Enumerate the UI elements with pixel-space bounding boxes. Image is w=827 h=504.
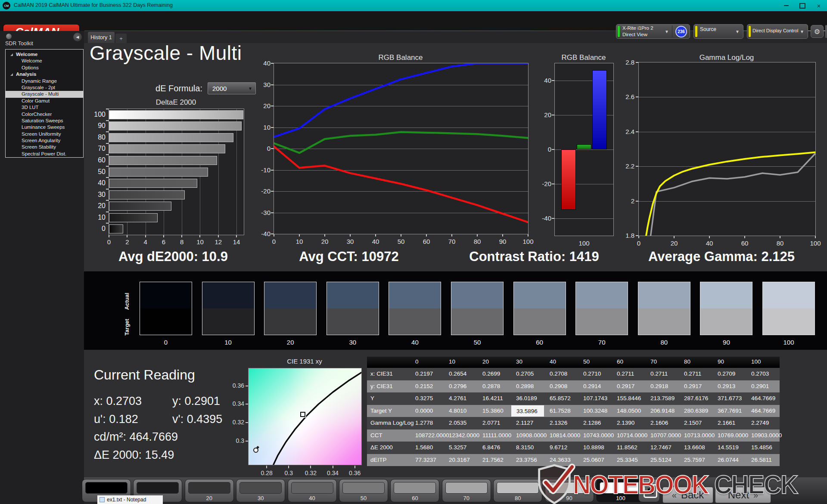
table-cell[interactable]: 10.8898 xyxy=(578,442,612,454)
table-cell[interactable]: 155.8446 xyxy=(612,392,645,405)
pattern-button-90[interactable]: 90 xyxy=(545,479,594,502)
table-cell[interactable]: 0.2699 xyxy=(477,368,511,380)
table-cell[interactable]: 0.2898 xyxy=(511,380,544,393)
table-cell[interactable]: 23.3756 xyxy=(511,454,544,467)
table-cell[interactable]: 0.2908 xyxy=(544,380,578,393)
table-cell[interactable]: 12.7467 xyxy=(645,442,679,454)
table-cell[interactable]: 61.7528 xyxy=(544,405,578,417)
table-cell[interactable]: 2.2749 xyxy=(746,417,780,429)
table-cell[interactable]: 148.0500 xyxy=(612,405,645,417)
pattern-button-50[interactable]: 50 xyxy=(339,479,388,502)
table-cell[interactable]: 1.5680 xyxy=(410,442,444,454)
tree-group-welcome[interactable]: Welcome xyxy=(6,51,83,58)
table-cell[interactable]: 10769.0000 xyxy=(712,429,746,442)
table-cell[interactable]: 2.0771 xyxy=(477,417,511,429)
sidebar-item-dynamic-range[interactable]: Dynamic Range xyxy=(6,78,83,84)
table-cell[interactable]: 4.8010 xyxy=(444,405,477,417)
sidebar-item-screen-uniformity[interactable]: Screen Uniformity xyxy=(6,131,83,137)
table-cell[interactable]: 8.3150 xyxy=(511,442,544,454)
table-cell[interactable]: 15.3860 xyxy=(477,405,511,417)
table-cell[interactable]: 0.2197 xyxy=(410,368,444,380)
sidebar-item-screen-stability[interactable]: Screen Stability xyxy=(6,144,83,150)
pattern-button-30[interactable]: 30 xyxy=(236,479,285,502)
tree-expander-icon[interactable] xyxy=(10,53,13,56)
de-formula-select[interactable]: 2000 ▼ xyxy=(208,82,256,94)
table-cell[interactable]: 100.3248 xyxy=(578,405,612,417)
pattern-button-60[interactable]: 60 xyxy=(390,479,439,502)
table-cell[interactable]: 2.1507 xyxy=(679,417,712,429)
pattern-button-20[interactable]: 20 xyxy=(185,479,234,502)
sidebar-item-screen-angularity[interactable]: Screen Angularity xyxy=(6,137,83,144)
table-cell[interactable]: 2.1326 xyxy=(544,417,578,429)
source-dropdown[interactable]: Source ▼ xyxy=(693,24,743,39)
close-button[interactable]: × xyxy=(811,0,827,11)
table-cell[interactable]: 12342.0000 xyxy=(444,429,477,442)
table-cell[interactable]: 0.2711 xyxy=(645,368,679,380)
display-control-dropdown[interactable]: Direct Display Control ▼ xyxy=(747,24,808,39)
pattern-button-100[interactable]: 100 xyxy=(596,479,645,502)
minimize-button[interactable] xyxy=(778,0,794,11)
table-cell[interactable]: 2.1661 xyxy=(712,417,746,429)
table-cell[interactable]: 10714.0000 xyxy=(612,429,645,442)
table-cell[interactable]: 10814.0000 xyxy=(544,429,578,442)
table-cell[interactable]: 371.6773 xyxy=(712,392,746,405)
table-cell[interactable]: 0.2917 xyxy=(612,380,645,393)
table-cell[interactable]: 25.7597 xyxy=(679,454,712,467)
sidebar-item-colorchecker[interactable]: ColorChecker xyxy=(6,111,83,118)
table-cell[interactable]: 14.5519 xyxy=(712,442,746,454)
table-cell[interactable]: 0.2913 xyxy=(712,380,746,393)
table-cell[interactable]: 20.3167 xyxy=(444,454,477,467)
table-cell[interactable]: 2.1390 xyxy=(612,417,645,429)
table-cell[interactable]: 26.0744 xyxy=(712,454,746,467)
table-cell[interactable]: 65.8572 xyxy=(544,392,578,405)
sidebar-item-grayscale-2pt[interactable]: Grayscale - 2pt xyxy=(6,84,83,91)
table-cell[interactable]: 6.8476 xyxy=(477,442,511,454)
table-cell[interactable]: 0.2711 xyxy=(679,368,712,380)
table-cell[interactable]: 26.5811 xyxy=(746,454,780,467)
sidebar-item-saturation-sweeps[interactable]: Saturation Sweeps xyxy=(6,118,83,124)
table-cell[interactable]: 2.1606 xyxy=(645,417,679,429)
table-cell[interactable]: 0.2917 xyxy=(679,380,712,393)
table-cell[interactable]: 2.0535 xyxy=(444,417,477,429)
table-cell[interactable]: 15.4856 xyxy=(746,442,780,454)
table-cell[interactable]: 0.2711 xyxy=(612,368,645,380)
sidebar-item-welcome[interactable]: Welcome xyxy=(6,58,83,64)
table-cell[interactable]: 0.2918 xyxy=(645,380,679,393)
collapse-sidebar-button[interactable]: ◀ xyxy=(73,33,82,41)
meter-dropdown[interactable]: X-Rite i1Pro 2 Direct View ▼ 236 xyxy=(616,24,690,39)
table-cell[interactable]: 9.6712 xyxy=(544,442,578,454)
table-cell[interactable]: 464.7669 xyxy=(746,392,780,405)
table-cell[interactable]: 10903.0000 xyxy=(746,429,780,442)
table-cell[interactable]: 107.1743 xyxy=(578,392,612,405)
back-button[interactable]: « Back xyxy=(662,487,713,503)
pattern-window-toggle[interactable] xyxy=(638,479,660,502)
table-cell[interactable]: 10743.0000 xyxy=(578,429,612,442)
table-cell[interactable]: 287.6176 xyxy=(679,392,712,405)
table-cell[interactable]: 206.9148 xyxy=(645,405,679,417)
meter-count-badge[interactable]: 236 xyxy=(675,26,687,37)
table-cell[interactable]: 4.2761 xyxy=(444,392,477,405)
table-cell[interactable]: 33.5896 xyxy=(511,405,544,417)
table-cell[interactable]: 0.2152 xyxy=(410,380,444,393)
table-cell[interactable]: 0.2710 xyxy=(578,368,612,380)
table-cell[interactable]: 0.2901 xyxy=(746,380,780,393)
settings-button[interactable]: ⚙ xyxy=(811,25,824,38)
table-cell[interactable]: 77.3237 xyxy=(410,454,444,467)
sidebar-item-3d-lut[interactable]: 3D LUT xyxy=(6,104,83,111)
sidebar-item-color-gamut[interactable]: Color Gamut xyxy=(6,98,83,104)
table-cell[interactable]: 108722.0000 xyxy=(410,429,444,442)
table-cell[interactable]: 213.7589 xyxy=(645,392,679,405)
table-cell[interactable]: 0.2703 xyxy=(746,368,780,380)
table-cell[interactable]: 25.3345 xyxy=(612,454,645,467)
maximize-button[interactable] xyxy=(794,0,811,11)
table-cell[interactable]: 1.2778 xyxy=(410,417,444,429)
next-button[interactable]: Next » xyxy=(715,487,771,503)
table-cell[interactable]: 464.7669 xyxy=(746,405,780,417)
sidebar-item-grayscale-multi[interactable]: Grayscale - Multi xyxy=(6,91,83,97)
pattern-button-80[interactable]: 80 xyxy=(493,479,542,502)
table-cell[interactable]: 13.6608 xyxy=(679,442,712,454)
table-cell[interactable]: 25.5124 xyxy=(645,454,679,467)
taskbar-item-notepad[interactable]: ex1.txt - Notepad xyxy=(97,495,163,504)
table-cell[interactable]: 0.2914 xyxy=(578,380,612,393)
table-cell[interactable]: 2.1286 xyxy=(578,417,612,429)
